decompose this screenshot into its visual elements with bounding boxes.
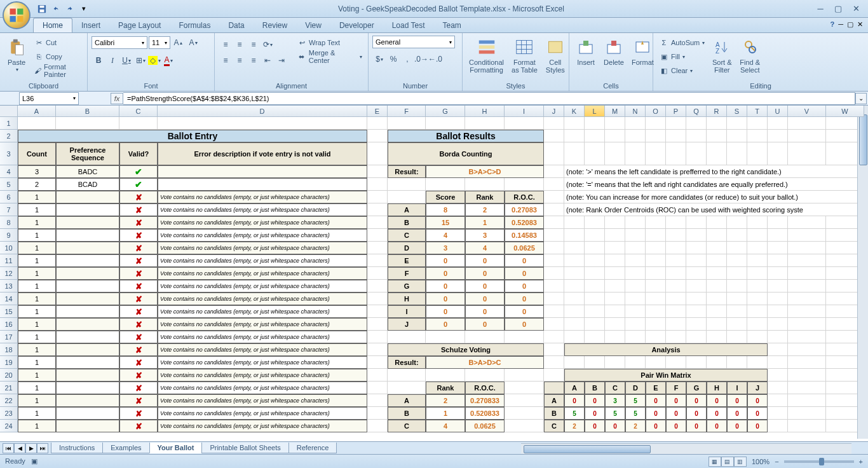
redo-icon[interactable] [64, 3, 76, 15]
row-header[interactable]: 12 [0, 267, 18, 280]
column-header[interactable]: Q [686, 106, 707, 117]
row-header[interactable]: 1 [0, 117, 18, 130]
cell[interactable] [367, 191, 388, 203]
expand-formula-bar-icon[interactable]: ⌄ [855, 93, 867, 104]
cell[interactable]: ✘ [119, 343, 158, 356]
cell[interactable] [56, 356, 119, 369]
column-header[interactable]: W [826, 106, 864, 117]
cell[interactable] [768, 369, 788, 382]
cell[interactable]: Valid? [119, 142, 158, 165]
cell[interactable]: Result: [388, 356, 426, 369]
column-header[interactable]: D [158, 106, 367, 117]
row-header[interactable]: 10 [0, 242, 18, 254]
column-header[interactable]: V [788, 106, 826, 117]
cell[interactable] [788, 280, 826, 292]
cell[interactable] [768, 267, 788, 280]
cell[interactable] [367, 178, 388, 191]
column-header[interactable]: J [544, 106, 564, 117]
cell[interactable] [625, 318, 646, 331]
cell[interactable] [465, 178, 505, 191]
cell[interactable] [585, 229, 605, 242]
cell[interactable]: Vote contains no candidates (empty, or j… [158, 292, 367, 305]
cell[interactable]: I [727, 382, 747, 394]
sheet-last-icon[interactable]: ⏭ [37, 443, 48, 453]
column-header[interactable]: C [119, 106, 158, 117]
delete-cells-button[interactable]: Delete [601, 36, 627, 67]
cell[interactable] [686, 130, 707, 142]
cell[interactable] [747, 216, 768, 229]
format-as-table-button[interactable]: Format as Table [509, 36, 540, 75]
cell[interactable] [367, 318, 388, 331]
cell[interactable] [56, 280, 119, 292]
cell[interactable]: H [707, 382, 727, 394]
cell[interactable]: J [747, 382, 768, 394]
find-select-button[interactable]: Find & Select [737, 36, 763, 75]
qat-dropdown-icon[interactable]: ▾ [78, 3, 90, 15]
column-header[interactable]: G [426, 106, 465, 117]
close-doc-icon[interactable]: ✕ [857, 20, 863, 29]
cell[interactable] [544, 203, 564, 216]
cell[interactable] [747, 130, 768, 142]
cell[interactable]: Rank [465, 191, 505, 203]
cell[interactable] [544, 142, 564, 165]
cell[interactable] [646, 305, 666, 318]
fill-color-button[interactable]: ◇▾ [147, 53, 161, 67]
cell[interactable]: 0 [505, 280, 544, 292]
cell[interactable]: 4 [426, 229, 465, 242]
cell[interactable]: B [544, 407, 564, 420]
cell[interactable]: Vote contains no candidates (empty, or j… [158, 369, 367, 382]
cell[interactable]: 1 [18, 382, 56, 394]
cell[interactable] [747, 254, 768, 267]
cell[interactable] [646, 242, 666, 254]
cell[interactable] [585, 305, 605, 318]
cell[interactable]: PreferenceSequence [56, 142, 119, 165]
align-bottom-button[interactable]: ≡ [247, 38, 261, 52]
cell[interactable] [56, 229, 119, 242]
cell[interactable]: 0 [426, 318, 465, 331]
conditional-formatting-button[interactable]: Conditional Formatting [466, 36, 506, 75]
cell[interactable]: 0 [747, 420, 768, 432]
cell[interactable] [666, 142, 686, 165]
row-header[interactable]: 14 [0, 292, 18, 305]
cell[interactable] [727, 142, 747, 165]
accounting-button[interactable]: $▾ [372, 52, 386, 66]
cell[interactable] [666, 331, 686, 343]
cell[interactable] [544, 382, 564, 394]
cell[interactable] [768, 142, 788, 165]
cell[interactable] [158, 178, 367, 191]
column-header[interactable]: T [747, 106, 768, 117]
cell[interactable] [605, 356, 625, 369]
cell[interactable] [56, 117, 119, 130]
row-header[interactable]: 4 [0, 165, 18, 178]
cell[interactable]: 1 [18, 242, 56, 254]
cell[interactable] [747, 318, 768, 331]
cell[interactable]: D [388, 242, 426, 254]
cell[interactable] [666, 229, 686, 242]
cell[interactable] [505, 117, 544, 130]
cell[interactable]: 0 [727, 394, 747, 407]
horizontal-scrollbar[interactable] [521, 443, 851, 454]
cell[interactable] [707, 267, 727, 280]
cell[interactable]: 0 [727, 420, 747, 432]
row-header[interactable]: 20 [0, 369, 18, 382]
cell[interactable]: Vote contains no candidates (empty, or j… [158, 216, 367, 229]
cell[interactable]: A [388, 394, 426, 407]
row-header[interactable]: 2 [0, 130, 18, 142]
cell[interactable] [605, 130, 625, 142]
cell[interactable]: BCAD [56, 178, 119, 191]
cell[interactable]: C [388, 229, 426, 242]
cell[interactable] [747, 267, 768, 280]
cell[interactable]: ✘ [119, 254, 158, 267]
cell[interactable] [56, 394, 119, 407]
cell[interactable]: ✘ [119, 242, 158, 254]
cell[interactable]: J [388, 318, 426, 331]
cell[interactable] [56, 407, 119, 420]
cell[interactable]: Ballot Entry [18, 130, 367, 142]
cell[interactable] [768, 292, 788, 305]
cell[interactable]: 0 [505, 292, 544, 305]
cell[interactable] [686, 229, 707, 242]
cell[interactable]: ✘ [119, 203, 158, 216]
office-button[interactable] [3, 1, 31, 29]
column-header[interactable]: F [388, 106, 426, 117]
cell[interactable] [788, 130, 826, 142]
